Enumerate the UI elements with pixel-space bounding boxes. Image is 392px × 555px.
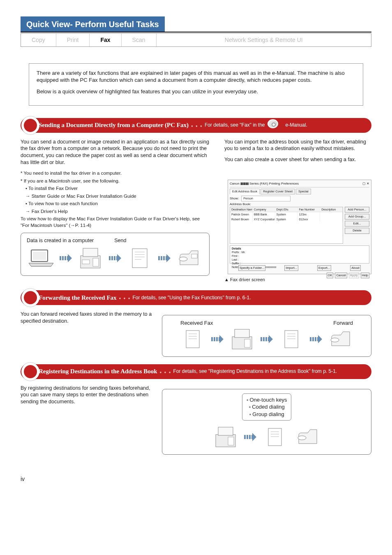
intro-p2: Below is a quick overview of highlighted… bbox=[37, 88, 355, 95]
header-title-band: Quick View- Perform Useful Tasks bbox=[21, 16, 371, 32]
show-combo[interactable]: Person bbox=[241, 196, 291, 201]
laptop-icon bbox=[27, 246, 55, 271]
mfp-icon bbox=[211, 425, 240, 449]
figure-register: One-touch keys Coded dialing Group diali… bbox=[162, 389, 371, 455]
screenshot-title: Canon ▮▮▮▮▮ Series (FAX) Printing Prefer… bbox=[230, 182, 299, 186]
list-item: One-touch keys bbox=[247, 396, 287, 404]
arrow-icon bbox=[211, 336, 224, 342]
section1-title: Sending a Document Directly from a Compu… bbox=[39, 121, 189, 129]
arrow-icon bbox=[261, 336, 273, 342]
bullet-2-sub: Fax Driver's Help bbox=[25, 208, 210, 215]
table-row[interactable]: Robert Brown XYZ Corporation System 012x… bbox=[230, 217, 343, 222]
tab-fax[interactable]: Fax bbox=[90, 34, 121, 46]
mfp-icon bbox=[228, 327, 256, 352]
col-dept: Dept./Div. bbox=[275, 207, 298, 212]
document-icon bbox=[178, 327, 207, 352]
svg-rect-3 bbox=[83, 248, 98, 257]
details-pane: Details Prefix : Mr. First : Last : Suff… bbox=[230, 245, 369, 264]
addressbook-label: Address Book: bbox=[230, 202, 369, 207]
section1-right-p1: You can import the address book using th… bbox=[224, 139, 371, 153]
edit-button[interactable]: Edit... bbox=[345, 221, 369, 227]
bullet-1-sub: Starter Guide or Mac Fax Driver Installa… bbox=[25, 193, 210, 200]
fig-caption-send: Send bbox=[114, 237, 126, 244]
help-button[interactable]: Help bbox=[361, 273, 369, 278]
fig-label-forward: Forward bbox=[333, 319, 353, 327]
note-2: * If you are a Macintosh user, see the f… bbox=[21, 178, 210, 185]
apply-button[interactable]: Apply bbox=[349, 273, 359, 278]
figure-forward: Received Fax Forward bbox=[162, 315, 371, 357]
svg-rect-6 bbox=[132, 249, 147, 268]
bullet-2: • To view how to use each function bbox=[25, 201, 210, 207]
show-label: Show: bbox=[230, 197, 239, 201]
about-button[interactable]: About bbox=[350, 265, 361, 271]
fig-label-received: Received Fax bbox=[180, 319, 213, 327]
section-band-register: Registering Destinations in the Address … bbox=[21, 364, 371, 379]
document-icon bbox=[277, 327, 306, 352]
svg-rect-1 bbox=[33, 252, 46, 260]
page-number: iv bbox=[21, 475, 371, 483]
svg-rect-5 bbox=[93, 258, 99, 266]
svg-rect-18 bbox=[235, 329, 249, 338]
trailing-note: To view how to display the Mac Fax Drive… bbox=[21, 216, 210, 229]
fax-driver-screenshot: Canon ▮▮▮▮▮ Series (FAX) Printing Prefer… bbox=[228, 180, 371, 274]
section3-para: By registering destinations for sending … bbox=[21, 385, 152, 406]
window-controls-icon: ▢ ✕ bbox=[362, 182, 369, 186]
svg-point-11 bbox=[179, 257, 187, 261]
col-dest: Destination Name bbox=[230, 207, 253, 212]
section1-left-col: You can send a document or image created… bbox=[21, 139, 210, 283]
fax-machine-icon bbox=[293, 425, 322, 449]
section2-title: Forwarding the Received Fax bbox=[39, 294, 117, 302]
tab-scan[interactable]: Scan bbox=[122, 34, 157, 46]
specify-folder-button[interactable]: Specify a Folder... bbox=[238, 265, 265, 271]
dots-icon bbox=[160, 368, 172, 375]
band-bullet-icon bbox=[21, 116, 39, 134]
arrow-icon bbox=[60, 255, 72, 261]
arrow-icon bbox=[109, 255, 121, 261]
svg-point-32 bbox=[298, 436, 306, 440]
section2-tail: For details, see "Using the Fax Function… bbox=[133, 294, 251, 301]
details-label: Details bbox=[232, 247, 367, 250]
band-bullet-icon bbox=[21, 289, 39, 307]
intro-box: There are a variety of fax functions tha… bbox=[29, 63, 363, 106]
export-button[interactable]: Export... bbox=[317, 265, 331, 271]
import-button[interactable]: Import... bbox=[284, 265, 298, 271]
col-company: Company bbox=[253, 207, 275, 212]
list-item: Group dialing bbox=[247, 411, 287, 418]
address-table[interactable]: Destination Name Company Dept./Div. Fax … bbox=[230, 207, 343, 244]
svg-point-24 bbox=[331, 338, 339, 342]
arrow-icon bbox=[310, 336, 322, 342]
section-band-forward: Forwarding the Received Fax For details,… bbox=[21, 290, 371, 305]
svg-rect-4 bbox=[82, 260, 90, 264]
section1-right-p2: You can also create a cover sheet for wh… bbox=[224, 156, 371, 163]
add-person-button[interactable]: Add Person... bbox=[345, 207, 369, 213]
ftab-special[interactable]: Special bbox=[296, 189, 311, 194]
arrow-icon bbox=[244, 434, 256, 440]
tab-print[interactable]: Print bbox=[56, 34, 90, 46]
table-row[interactable]: Patrick Green BBB Bank System 123xx bbox=[230, 212, 343, 217]
ftab-cover-sheet[interactable]: Register Cover Sheet bbox=[261, 189, 295, 194]
page-title: Quick View- Perform Useful Tasks bbox=[21, 16, 165, 32]
intro-p1: There are a variety of fax functions tha… bbox=[37, 69, 355, 84]
dots-icon bbox=[191, 122, 203, 129]
tab-network-remote-ui[interactable]: Network Settings & Remote UI bbox=[157, 34, 371, 46]
svg-rect-13 bbox=[186, 331, 199, 348]
svg-rect-26 bbox=[218, 427, 233, 435]
tab-copy[interactable]: Copy bbox=[21, 34, 56, 46]
section3-tail: For details, see "Registering Destinatio… bbox=[173, 368, 337, 375]
section1-tail-prefix: For details, see "Fax" in the bbox=[205, 122, 265, 128]
bullet-1: • To install the Fax Driver bbox=[25, 185, 210, 192]
delete-button[interactable]: Delete bbox=[345, 228, 369, 234]
section1-left-para: You can send a document or image created… bbox=[21, 139, 210, 166]
cancel-button[interactable]: Cancel bbox=[335, 273, 347, 278]
svg-rect-27 bbox=[228, 437, 234, 445]
band-bullet-icon bbox=[21, 363, 39, 381]
register-list: One-touch keys Coded dialing Group diali… bbox=[242, 393, 292, 421]
ok-button[interactable]: OK bbox=[327, 273, 334, 278]
fig-caption-create: Data is created in a computer bbox=[27, 237, 94, 244]
col-fax: Fax Number bbox=[297, 207, 320, 212]
add-group-button[interactable]: Add Group... bbox=[345, 214, 369, 220]
section2-para: You can forward received faxes stored in… bbox=[21, 311, 152, 325]
ftab-edit-address[interactable]: Edit Address Book bbox=[230, 189, 260, 194]
section1-tail-suffix: e-Manual. bbox=[286, 122, 307, 128]
list-item: Coded dialing bbox=[247, 403, 287, 411]
